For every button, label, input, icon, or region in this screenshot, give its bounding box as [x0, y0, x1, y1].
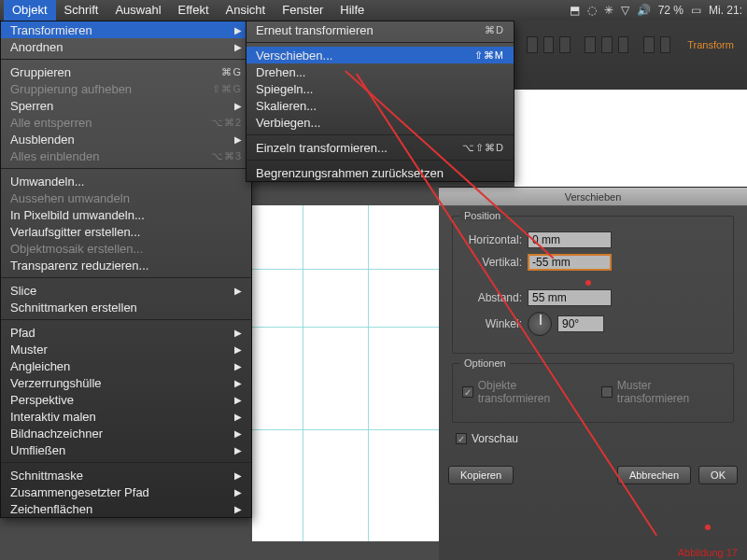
- menu-item-schnittmarken-erstellen[interactable]: Schnittmarken erstellen: [1, 299, 251, 315]
- sync-icon[interactable]: ◌: [585, 4, 599, 17]
- menu-item-umflie-en[interactable]: Umfließen▶: [1, 441, 251, 458]
- menu-schrift[interactable]: Schrift: [56, 0, 107, 21]
- artboard[interactable]: [252, 205, 439, 541]
- menu-item-gruppieren[interactable]: Gruppieren⌘G: [1, 63, 251, 80]
- menu-item-verschieben-[interactable]: Verschieben...⇧⌘M: [247, 47, 514, 63]
- group-options-title: Optionen: [460, 357, 510, 369]
- figure-caption: Abbildung 17: [678, 547, 738, 558]
- menu-item-perspektive[interactable]: Perspektive▶: [1, 391, 251, 408]
- volume-icon[interactable]: 🔊: [635, 4, 653, 17]
- align-btn-3[interactable]: [559, 36, 571, 53]
- align-btn-7[interactable]: [643, 36, 655, 53]
- battery-text: 72 %: [656, 4, 685, 17]
- angle-dial[interactable]: [528, 312, 552, 336]
- menu-item-transparenz-reduzieren-[interactable]: Transparenz reduzieren...: [1, 257, 251, 273]
- input-distance[interactable]: [528, 289, 612, 306]
- align-btn-6[interactable]: [618, 36, 629, 53]
- menu-item-begrenzungsrahmen-zur-cksetzen[interactable]: Begrenzungsrahmen zurücksetzen: [247, 164, 514, 181]
- menu-item-interaktiv-malen[interactable]: Interaktiv malen▶: [1, 408, 251, 425]
- menu-item-verzerrungsh-lle[interactable]: Verzerrungshülle▶: [1, 374, 251, 391]
- align-btn-1[interactable]: [527, 36, 538, 53]
- align-btn-2[interactable]: [543, 36, 555, 53]
- menu-item-einzeln-transformieren-[interactable]: Einzeln transformieren...⌥⇧⌘D: [247, 139, 514, 156]
- menu-item-sperren[interactable]: Sperren▶: [1, 97, 251, 114]
- guide-horizontal-2[interactable]: [252, 327, 439, 328]
- group-position-title: Position: [460, 210, 504, 221]
- button-ok[interactable]: OK: [698, 466, 738, 484]
- menu-item-erneut-transformieren[interactable]: Erneut transformieren⌘D: [247, 21, 514, 38]
- menu-item-objektmosaik-erstellen-: Objektmosaik erstellen...: [1, 240, 251, 257]
- system-tray: ⬒ ◌ ✳ ▽ 🔊 72 % ▭ Mi. 21:: [565, 4, 747, 17]
- input-vertical[interactable]: [528, 254, 612, 271]
- menu-ansicht[interactable]: Ansicht: [218, 0, 275, 21]
- menu-item-ausblenden[interactable]: Ausblenden▶: [1, 131, 251, 147]
- checkbox-preview[interactable]: [456, 433, 467, 444]
- dropbox-icon[interactable]: ⬒: [568, 4, 582, 17]
- menu-item-slice[interactable]: Slice▶: [1, 282, 251, 299]
- annotation-dot-1: [585, 280, 591, 286]
- menu-item-verbiegen-[interactable]: Verbiegen...: [247, 114, 514, 131]
- menu-item-alles-einblenden: Alles einblenden⌥⌘3: [1, 147, 251, 164]
- annotation-dot-2: [705, 525, 711, 530]
- menu-item-drehen-[interactable]: Drehen...: [247, 63, 514, 80]
- label-horizontal: Horizontal:: [462, 233, 528, 246]
- label-vertical: Vertikal:: [462, 256, 528, 269]
- menu-item-muster[interactable]: Muster▶: [1, 341, 251, 357]
- label-preview: Vorschau: [472, 432, 518, 445]
- menu-effekt[interactable]: Effekt: [170, 0, 218, 21]
- align-btn-8[interactable]: [660, 36, 671, 53]
- menu-fenster[interactable]: Fenster: [274, 0, 331, 21]
- guide-horizontal-1[interactable]: [252, 269, 439, 270]
- menu-item-pfad[interactable]: Pfad▶: [1, 324, 251, 341]
- menu-item-anordnen[interactable]: Anordnen▶: [1, 38, 251, 55]
- menu-item-angleichen[interactable]: Angleichen▶: [1, 357, 251, 374]
- bluetooth-icon[interactable]: ✳: [602, 4, 615, 17]
- panel-white-area: [514, 90, 747, 187]
- input-angle[interactable]: [557, 315, 604, 332]
- menu-hilfe[interactable]: Hilfe: [331, 0, 373, 21]
- menu-item-schnittmaske[interactable]: Schnittmaske▶: [1, 467, 251, 483]
- tab-transform[interactable]: Transform: [682, 35, 740, 54]
- button-cancel[interactable]: Abbrechen: [617, 466, 691, 484]
- guide-horizontal-3[interactable]: [252, 429, 439, 430]
- guide-vertical-2[interactable]: [368, 205, 369, 541]
- menu-item-zusammengesetzter-pfad[interactable]: Zusammengesetzter Pfad▶: [1, 483, 251, 500]
- menubar: Objekt Schrift Auswahl Effekt Ansicht Fe…: [0, 0, 747, 21]
- menu-item-aussehen-umwandeln: Aussehen umwandeln: [1, 189, 251, 206]
- label-transform-patterns: Muster transformieren: [617, 379, 724, 405]
- menu-item-zeichenfl-chen[interactable]: Zeichenflächen▶: [1, 500, 251, 517]
- checkbox-transform-objects[interactable]: [462, 386, 473, 398]
- clock-text[interactable]: Mi. 21:: [707, 4, 744, 17]
- menu-item-in-pixelbild-umwandeln-[interactable]: In Pixelbild umwandeln...: [1, 206, 251, 223]
- button-copy[interactable]: Kopieren: [448, 466, 514, 484]
- group-options: Optionen Objekte transformieren Muster t…: [452, 363, 734, 423]
- menu-item-verlaufsgitter-erstellen-[interactable]: Verlaufsgitter erstellen...: [1, 223, 251, 240]
- menu-item-spiegeln-[interactable]: Spiegeln...: [247, 80, 514, 97]
- checkbox-transform-patterns[interactable]: [601, 386, 613, 398]
- label-distance: Abstand:: [462, 291, 528, 304]
- move-dialog: Verschieben Position Horizontal: Vertika…: [439, 187, 747, 560]
- align-toolbar: Transform: [523, 21, 743, 69]
- wifi-icon[interactable]: ▽: [619, 4, 631, 17]
- menu-item-umwandeln-[interactable]: Umwandeln...: [1, 173, 251, 189]
- align-btn-4[interactable]: [585, 36, 596, 53]
- dropdown-objekt: Transformieren▶Anordnen▶Gruppieren⌘GGrup…: [0, 21, 252, 518]
- battery-icon[interactable]: ▭: [689, 4, 703, 17]
- menu-item-transformieren[interactable]: Transformieren▶: [1, 21, 251, 38]
- menu-objekt[interactable]: Objekt: [4, 0, 56, 21]
- menu-auswahl[interactable]: Auswahl: [106, 0, 169, 21]
- align-btn-5[interactable]: [601, 36, 613, 53]
- guide-vertical-1[interactable]: [303, 205, 303, 541]
- menu-item-gruppierung-aufheben: Gruppierung aufheben⇧⌘G: [1, 80, 251, 97]
- menu-item-alle-entsperren: Alle entsperren⌥⌘2: [1, 114, 251, 131]
- menu-item-bildnachzeichner[interactable]: Bildnachzeichner▶: [1, 425, 251, 441]
- label-transform-objects: Objekte transformieren: [478, 379, 589, 405]
